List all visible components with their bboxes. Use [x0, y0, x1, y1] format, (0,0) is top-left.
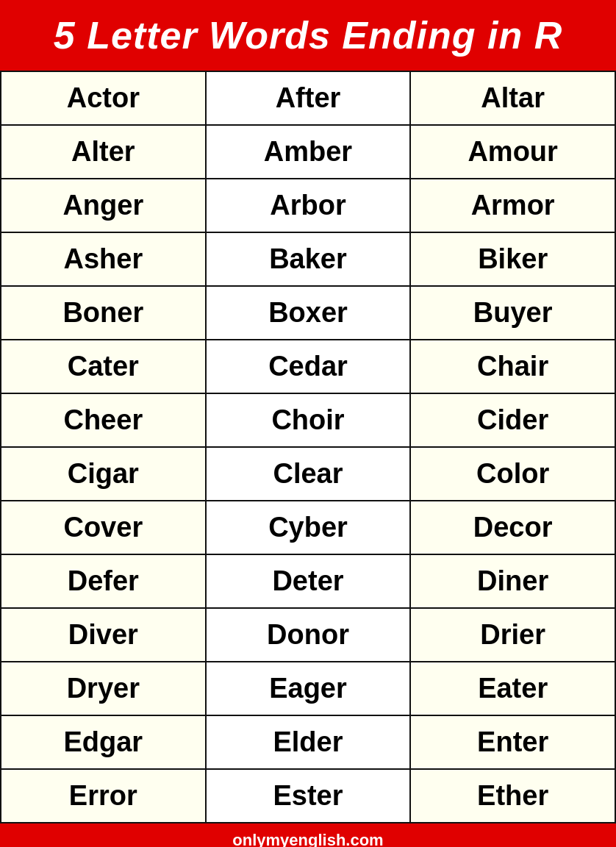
word-cell: Defer: [1, 554, 206, 608]
word-cell: Alter: [1, 125, 206, 179]
word-cell: Altar: [410, 71, 615, 125]
word-cell: Color: [410, 447, 615, 501]
table-row: DryerEagerEater: [1, 662, 615, 715]
word-cell: Baker: [206, 232, 411, 286]
word-cell: Diver: [1, 608, 206, 662]
word-cell: Actor: [1, 71, 206, 125]
word-cell: Error: [1, 769, 206, 823]
word-cell: Arbor: [206, 179, 411, 232]
table-row: CigarClearColor: [1, 447, 615, 501]
word-cell: Cyber: [206, 501, 411, 554]
word-cell: Donor: [206, 608, 411, 662]
word-cell: Asher: [1, 232, 206, 286]
word-cell: Diner: [410, 554, 615, 608]
word-cell: Eater: [410, 662, 615, 715]
word-cell: Decor: [410, 501, 615, 554]
word-cell: Amber: [206, 125, 411, 179]
word-cell: Ether: [410, 769, 615, 823]
page-footer: onlymyenglish.com: [0, 823, 616, 847]
word-cell: Anger: [1, 179, 206, 232]
table-row: AngerArborArmor: [1, 179, 615, 232]
word-cell: Boxer: [206, 286, 411, 340]
table-row: EdgarElderEnter: [1, 715, 615, 769]
word-cell: After: [206, 71, 411, 125]
word-cell: Chair: [410, 340, 615, 393]
word-cell: Elder: [206, 715, 411, 769]
word-cell: Choir: [206, 393, 411, 447]
table-row: CheerChoirCider: [1, 393, 615, 447]
word-cell: Cover: [1, 501, 206, 554]
word-cell: Armor: [410, 179, 615, 232]
word-cell: Eager: [206, 662, 411, 715]
word-cell: Clear: [206, 447, 411, 501]
word-cell: Cater: [1, 340, 206, 393]
footer-url: onlymyenglish.com: [232, 831, 383, 847]
word-cell: Cider: [410, 393, 615, 447]
table-row: BonerBoxerBuyer: [1, 286, 615, 340]
word-cell: Buyer: [410, 286, 615, 340]
words-table-container: ActorAfterAltarAlterAmberAmourAngerArbor…: [0, 71, 616, 823]
word-cell: Cedar: [206, 340, 411, 393]
table-row: ErrorEsterEther: [1, 769, 615, 823]
table-row: AlterAmberAmour: [1, 125, 615, 179]
table-row: DiverDonorDrier: [1, 608, 615, 662]
word-cell: Biker: [410, 232, 615, 286]
word-cell: Boner: [1, 286, 206, 340]
word-cell: Cheer: [1, 393, 206, 447]
word-cell: Amour: [410, 125, 615, 179]
word-cell: Edgar: [1, 715, 206, 769]
words-table: ActorAfterAltarAlterAmberAmourAngerArbor…: [0, 71, 616, 823]
word-cell: Deter: [206, 554, 411, 608]
table-row: AsherBakerBiker: [1, 232, 615, 286]
table-row: ActorAfterAltar: [1, 71, 615, 125]
word-cell: Drier: [410, 608, 615, 662]
word-cell: Cigar: [1, 447, 206, 501]
word-cell: Ester: [206, 769, 411, 823]
page-title: 5 Letter Words Ending in R: [7, 13, 609, 57]
word-cell: Dryer: [1, 662, 206, 715]
table-row: CaterCedarChair: [1, 340, 615, 393]
table-row: DeferDeterDiner: [1, 554, 615, 608]
page-header: 5 Letter Words Ending in R: [0, 0, 616, 71]
word-cell: Enter: [410, 715, 615, 769]
table-row: CoverCyberDecor: [1, 501, 615, 554]
